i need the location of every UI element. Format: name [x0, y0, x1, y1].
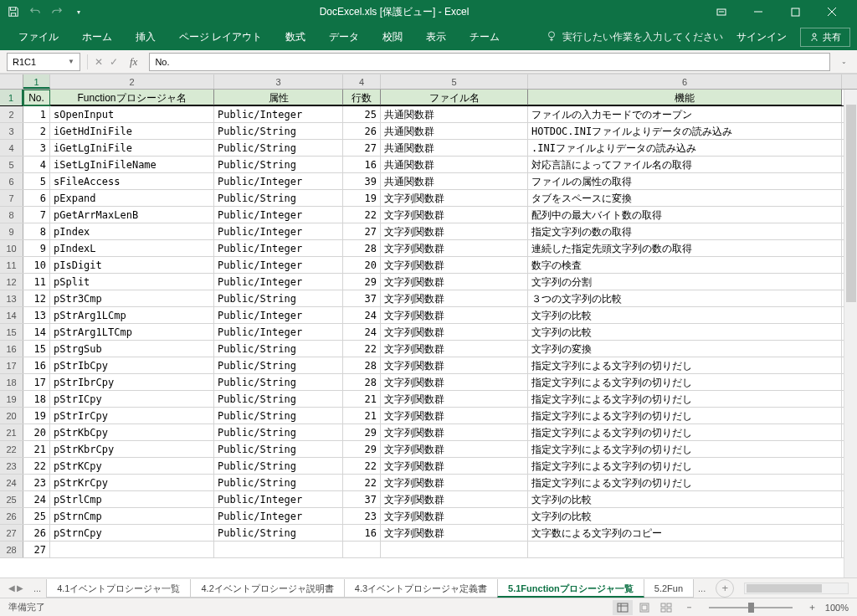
cell[interactable]: 指定文字列の数の取得 [528, 223, 842, 239]
cell[interactable]: pStrIbrCpy [50, 374, 214, 390]
cell[interactable]: 文字列の比較 [528, 324, 842, 340]
cell[interactable]: 5 [23, 173, 50, 189]
view-normal-icon[interactable] [613, 600, 633, 615]
cell[interactable]: 数字の検査 [528, 257, 842, 273]
cell[interactable]: Public/String [214, 140, 343, 156]
cell[interactable]: 16 [343, 525, 381, 541]
cell[interactable]: ファイルの属性の取得 [528, 173, 842, 189]
table-header-cell[interactable]: 行数 [343, 90, 381, 105]
formula-expand-icon[interactable]: ⌄ [837, 58, 850, 65]
cell[interactable]: タブをスペースに変換 [528, 190, 842, 206]
row-header[interactable]: 9 [0, 223, 23, 239]
cell[interactable] [381, 542, 528, 557]
cell[interactable]: Public/Integer [214, 240, 343, 256]
name-box[interactable]: R1C1 ▼ [7, 53, 80, 71]
row-header[interactable]: 23 [0, 458, 23, 474]
cell[interactable]: 24 [343, 324, 381, 340]
cell[interactable]: 文字列の変換 [528, 341, 842, 357]
row-header[interactable]: 20 [0, 408, 23, 424]
row-header[interactable]: 28 [0, 542, 23, 557]
cell[interactable]: 文字列関数群 [381, 475, 528, 490]
cell[interactable]: 16 [343, 157, 381, 172]
formula-bar-input[interactable]: No. [149, 53, 830, 71]
cell[interactable] [528, 542, 842, 557]
row-header[interactable]: 2 [0, 106, 23, 122]
cell[interactable]: 文字列関数群 [381, 257, 528, 273]
sheet-tab[interactable]: 5.2Fun [644, 579, 694, 598]
cell[interactable]: sOpenInput [50, 106, 214, 122]
cell[interactable]: 8 [23, 223, 50, 239]
cell[interactable]: Public/Integer [214, 274, 343, 290]
cell[interactable]: 文字列関数群 [381, 391, 528, 407]
cell[interactable]: pStrKrCpy [50, 475, 214, 490]
cell[interactable]: 20 [343, 257, 381, 273]
row-header[interactable]: 17 [0, 357, 23, 373]
col-header[interactable]: 4 [343, 74, 381, 89]
cell[interactable]: 27 [343, 223, 381, 239]
row-header[interactable]: 11 [0, 257, 23, 273]
cell[interactable]: pExpand [50, 190, 214, 206]
col-header[interactable]: 3 [214, 74, 343, 89]
cell[interactable]: 22 [343, 341, 381, 357]
sheet-tab[interactable]: 4.3イベントプロシージャ定義書 [344, 579, 498, 598]
zoom-slider[interactable] [709, 607, 793, 608]
cell[interactable]: 17 [23, 374, 50, 390]
cell[interactable]: 21 [343, 391, 381, 407]
row-header[interactable]: 3 [0, 123, 23, 139]
cell[interactable]: Public/String [214, 290, 343, 306]
sheet-nav-prev-icon[interactable]: ◀ [8, 583, 15, 593]
cell[interactable]: 26 [343, 123, 381, 139]
cell[interactable]: 文字列関数群 [381, 458, 528, 474]
cell[interactable]: Public/String [214, 190, 343, 206]
row-header[interactable]: 16 [0, 341, 23, 357]
row-header[interactable]: 21 [0, 424, 23, 440]
cell[interactable]: Public/Integer [214, 324, 343, 340]
cell[interactable]: .INIファイルよりデータの読み込み [528, 140, 842, 156]
cell[interactable]: 12 [23, 290, 50, 306]
cell[interactable]: 共通関数群 [381, 106, 528, 122]
sheet-overflow-left[interactable]: ... [28, 583, 46, 593]
cell[interactable]: 29 [343, 274, 381, 290]
cell[interactable] [214, 542, 343, 557]
sheet-tab[interactable]: 4.2イベントプロシージャ説明書 [190, 579, 344, 598]
cell[interactable]: pStrKbCpy [50, 424, 214, 440]
vertical-scrollbar[interactable] [844, 90, 857, 578]
cell[interactable]: 指定文字列による文字列の切りだし [528, 374, 842, 390]
cell[interactable]: pIndexL [50, 240, 214, 256]
cell[interactable]: 文字列関数群 [381, 357, 528, 373]
cell[interactable]: 13 [23, 307, 50, 323]
ribbon-tab[interactable]: 数式 [274, 23, 317, 50]
cell[interactable]: 共通関数群 [381, 157, 528, 172]
sheet-overflow-right[interactable]: ... [693, 583, 711, 593]
cell[interactable]: pIsDigit [50, 257, 214, 273]
cell[interactable]: 37 [343, 491, 381, 507]
cell[interactable]: pStrArg1LTCmp [50, 324, 214, 340]
cell[interactable]: 文字列関数群 [381, 525, 528, 541]
col-header[interactable]: 2 [50, 74, 214, 89]
cell[interactable]: Public/Integer [214, 491, 343, 507]
cell[interactable]: 23 [343, 508, 381, 524]
cell[interactable]: 1 [23, 106, 50, 122]
cell[interactable]: 29 [343, 441, 381, 457]
zoom-level[interactable]: 100% [825, 603, 849, 613]
cell[interactable]: 21 [23, 441, 50, 457]
cell[interactable]: 14 [23, 324, 50, 340]
cell[interactable]: 39 [343, 173, 381, 189]
cell[interactable]: 9 [23, 240, 50, 256]
cell[interactable]: 文字列関数群 [381, 190, 528, 206]
cell[interactable]: 文字列の比較 [528, 508, 842, 524]
cell[interactable]: Public/String [214, 357, 343, 373]
save-icon[interactable] [7, 5, 20, 18]
cell[interactable]: 文字列の比較 [528, 307, 842, 323]
cell[interactable]: 文字列関数群 [381, 274, 528, 290]
cell[interactable]: pStrKCpy [50, 458, 214, 474]
col-header[interactable]: 1 [23, 74, 50, 89]
cell[interactable]: 16 [23, 357, 50, 373]
cell[interactable]: Public/String [214, 157, 343, 172]
cell[interactable]: pStr3Cmp [50, 290, 214, 306]
view-page-layout-icon[interactable] [634, 600, 654, 615]
cell[interactable]: 23 [23, 475, 50, 490]
cell[interactable]: Public/Integer [214, 207, 343, 223]
cell[interactable]: 文字列関数群 [381, 207, 528, 223]
cell[interactable]: Public/Integer [214, 223, 343, 239]
